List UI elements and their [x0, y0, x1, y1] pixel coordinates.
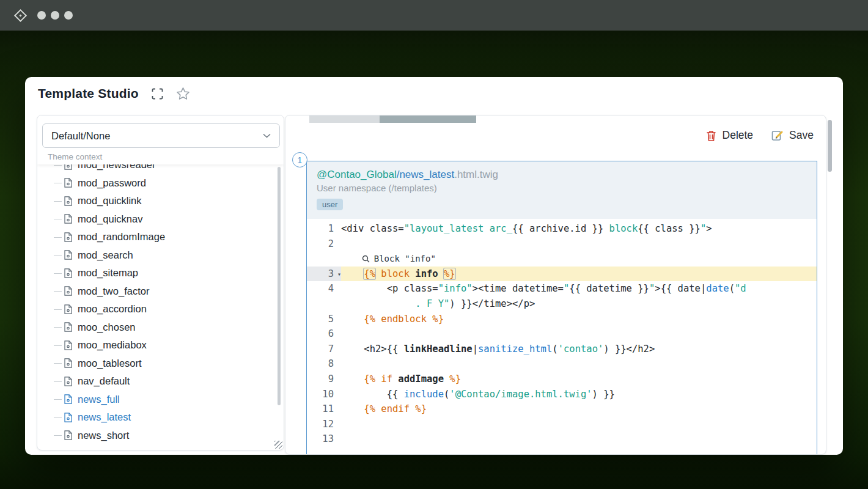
tree-item-moo_accordion[interactable]: moo_accordion — [37, 300, 278, 318]
line-number — [307, 251, 341, 267]
code-token: " — [564, 283, 569, 294]
save-button[interactable]: Save — [771, 129, 814, 142]
code-token: ( — [552, 344, 557, 355]
code-token: {{ archive.id }} — [512, 223, 603, 234]
tree-item-mod_sitemap[interactable]: mod_sitemap — [37, 264, 278, 282]
tree-item-mod_randomImage[interactable]: mod_randomImage — [37, 228, 278, 246]
tree-scrollbar[interactable] — [278, 167, 281, 405]
code-line[interactable]: 3▾{% block info %} — [307, 267, 817, 282]
code-line[interactable]: 1<div class="layout_latest arc_{{ archiv… — [307, 221, 817, 237]
line-number: 7 — [307, 342, 341, 357]
topbar-dot-icon[interactable] — [51, 11, 59, 20]
tree-item-nav_default[interactable]: nav_default — [37, 372, 278, 391]
code-line-content: {% endblock %} — [341, 312, 817, 327]
code-token: ) }} — [592, 389, 615, 400]
code-line[interactable]: . F Y") }}</time></p> — [307, 296, 817, 312]
tree-item-news_latest[interactable]: news_latest — [37, 408, 278, 427]
resize-handle-icon[interactable] — [274, 441, 282, 449]
titlebar: Template Studio — [38, 86, 190, 101]
code-editor[interactable]: @Contao_Global/news_latest.html.twig Use… — [306, 161, 817, 455]
magnifier-icon — [362, 255, 370, 263]
code-token: "d — [735, 283, 746, 294]
code-line[interactable]: 6 — [307, 326, 817, 342]
fold-arrow-icon[interactable]: ▾ — [337, 267, 341, 282]
code-token: '@Contao/image.html.twig' — [449, 389, 592, 400]
tree-item-label: mod_quicklink — [78, 195, 142, 207]
line-number[interactable]: 3▾ — [307, 267, 341, 282]
fullscreen-button[interactable] — [151, 87, 164, 100]
tree-item-label: moo_chosen — [78, 322, 135, 333]
tree-item-mod_password[interactable]: mod_password — [37, 174, 278, 193]
tree-item-moo_tablesort[interactable]: moo_tablesort — [37, 355, 278, 373]
code-line-content: {% block info %} — [341, 267, 817, 282]
code-line[interactable]: 7<h2>{{ linkHeadline|sanitize_html('cont… — [307, 342, 817, 357]
code-token: addImage — [398, 373, 449, 384]
code-token: {{ datetime }} — [569, 283, 649, 294]
code-token: {% if — [364, 373, 398, 384]
tree-item-label: moo_accordion — [78, 303, 147, 315]
code-lens[interactable]: Block "info" — [307, 251, 817, 267]
file-icon — [64, 430, 72, 440]
code-line[interactable]: 9{% if addImage %} — [307, 372, 817, 387]
file-icon — [64, 178, 72, 188]
browser-topbar — [0, 0, 868, 31]
favorite-button[interactable] — [176, 87, 190, 100]
code-line-content — [341, 326, 817, 342]
file-icon — [64, 377, 72, 386]
code-area[interactable]: 1<div class="layout_latest arc_{{ archiv… — [307, 219, 817, 447]
tree-item-mod_quicklink[interactable]: mod_quicklink — [37, 192, 278, 210]
code-token: %} — [444, 268, 455, 279]
tree-item-mod_newsreader[interactable]: mod_newsreader — [37, 164, 278, 174]
line-number: 1 — [307, 221, 341, 237]
code-line[interactable]: 13 — [307, 432, 817, 447]
page-title: Template Studio — [38, 86, 139, 101]
tree-item-moo_chosen[interactable]: moo_chosen — [37, 318, 278, 337]
tree-item-label: mod_password — [78, 177, 146, 189]
code-token: "info" — [438, 283, 473, 294]
tree-item-mod_quicknav[interactable]: mod_quicknav — [37, 210, 278, 229]
tree-item-news_full[interactable]: news_full — [37, 391, 278, 409]
code-line[interactable]: 4<p class="info"><time datetime="{{ date… — [307, 281, 817, 296]
code-lens-content: Block "info" — [341, 251, 817, 267]
tree-item-label: news_full — [78, 394, 120, 405]
code-token: <h2>{{ — [364, 344, 403, 355]
tree-item-label: moo_mediabox — [78, 339, 147, 351]
code-line[interactable]: 5{% endblock %} — [307, 312, 817, 327]
code-token: include — [404, 389, 444, 400]
tree-item-news_short[interactable]: news_short — [37, 427, 278, 445]
file-title: @Contao_Global/news_latest.html.twig — [317, 169, 807, 181]
theme-select[interactable]: Default/None — [42, 123, 280, 148]
code-token: {{ — [387, 389, 404, 400]
tree-item-label: moo_tablesort — [78, 358, 142, 369]
app-logo-icon[interactable] — [14, 9, 27, 21]
tree-item-label: mod_quicknav — [78, 213, 142, 225]
code-line[interactable]: 8 — [307, 356, 817, 372]
line-number: 2 — [307, 237, 341, 252]
code-line[interactable]: 2 — [307, 237, 817, 252]
clipped-tab-active[interactable] — [380, 116, 476, 123]
code-lens-label: Block "info" — [374, 251, 436, 267]
topbar-dot-icon[interactable] — [64, 11, 73, 20]
tree-item-mod_search[interactable]: mod_search — [37, 246, 278, 265]
code-line-content: <div class="layout_latest arc_{{ archive… — [341, 221, 817, 237]
window-scrollbar[interactable] — [828, 120, 832, 172]
delete-button[interactable]: Delete — [705, 129, 754, 142]
line-number: 4 — [307, 281, 341, 296]
topbar-dot-icon[interactable] — [37, 11, 46, 20]
tree-item-label: mod_sitemap — [78, 267, 138, 279]
tree-item-mod_two_factor[interactable]: mod_two_factor — [37, 282, 278, 301]
line-number — [307, 296, 341, 312]
theme-select-value: Default/None — [51, 130, 110, 142]
file-icon — [64, 322, 72, 332]
save-button-label: Save — [789, 129, 814, 142]
code-token: <div class= — [341, 223, 404, 234]
code-token: <p class= — [387, 283, 438, 294]
code-line[interactable]: 10{{ include('@Contao/image.html.twig') … — [307, 387, 817, 402]
tree-item-label: mod_newsreader — [78, 164, 156, 171]
code-line[interactable]: 11{% endif %} — [307, 402, 817, 417]
code-line[interactable]: 12 — [307, 417, 817, 432]
tree-item-moo_mediabox[interactable]: moo_mediabox — [37, 336, 278, 355]
code-token: " — [649, 283, 655, 294]
code-token: ) }}</time></p> — [449, 298, 535, 309]
save-icon — [771, 130, 784, 142]
